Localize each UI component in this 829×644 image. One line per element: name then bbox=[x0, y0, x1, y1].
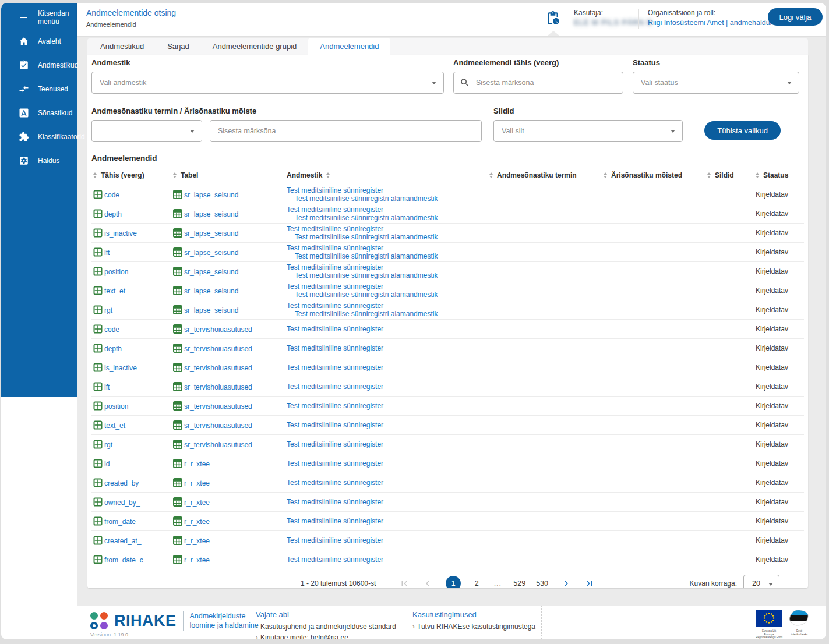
dataset-link[interactable]: Test meditsiiniline sünniregister bbox=[287, 225, 489, 233]
dataset-link[interactable]: Test meditsiiniline sünniregister bbox=[287, 536, 489, 544]
staatus-select-input[interactable] bbox=[633, 72, 799, 94]
dataset-link[interactable]: Test meditsiiniline sünniregister bbox=[287, 263, 489, 271]
data-element-link[interactable]: rgt bbox=[104, 306, 112, 314]
data-element-link[interactable]: created_by_ bbox=[104, 479, 143, 487]
table-link[interactable]: r_r_xtee bbox=[184, 556, 210, 564]
dataset-link[interactable]: Test meditsiiniline sünniregister bbox=[287, 325, 489, 333]
table-link[interactable]: sr_lapse_seisund bbox=[184, 191, 238, 199]
table-link[interactable]: r_r_xtee bbox=[184, 537, 210, 545]
clear-filters-button[interactable]: Tühista valikud bbox=[704, 121, 781, 140]
data-element-link[interactable]: is_inactive bbox=[104, 229, 137, 238]
termin-type-select[interactable] bbox=[91, 120, 202, 142]
tab-sarjad[interactable]: Sarjad bbox=[156, 38, 201, 55]
data-element-link[interactable]: is_inactive bbox=[104, 364, 137, 372]
table-link[interactable]: sr_lapse_seisund bbox=[184, 210, 238, 218]
data-element-link[interactable]: text_et bbox=[104, 422, 125, 430]
tahis-search-input[interactable] bbox=[453, 72, 623, 94]
dataset-link[interactable]: Test meditsiiniline sünniregister bbox=[287, 555, 489, 564]
sub-dataset-link[interactable]: Test meditsiinilise sünniregistri alaman… bbox=[287, 233, 489, 241]
sidebar-item-collapse-menu[interactable]: Kitsendan menüü bbox=[1, 5, 77, 29]
sidebar-item-haldus[interactable]: Haldus bbox=[1, 148, 77, 172]
table-link[interactable]: sr_tervishoiuasutused bbox=[184, 402, 252, 411]
data-element-link[interactable]: position bbox=[104, 402, 128, 411]
sildid-select[interactable] bbox=[493, 120, 683, 142]
page-button[interactable]: 529 bbox=[513, 579, 525, 588]
sub-dataset-link[interactable]: Test meditsiinilise sünniregistri alaman… bbox=[287, 194, 489, 203]
data-element-link[interactable]: text_et bbox=[104, 287, 125, 295]
column-header-tahis[interactable]: Tähis (veerg) bbox=[93, 171, 173, 179]
termin-keyword[interactable] bbox=[210, 120, 482, 142]
column-header-moisted[interactable]: Ärisõnastiku mõisted bbox=[604, 171, 707, 179]
data-element-link[interactable]: rgt bbox=[104, 441, 112, 449]
dataset-link[interactable]: Test meditsiiniline sünniregister bbox=[287, 206, 489, 214]
table-link[interactable]: sr_lapse_seisund bbox=[184, 287, 238, 295]
andmestik-select[interactable] bbox=[91, 72, 444, 94]
sidebar-item-andmestikud[interactable]: Andmestikud bbox=[1, 53, 77, 77]
dataset-link[interactable]: Test meditsiiniline sünniregister bbox=[287, 421, 489, 429]
logout-button[interactable]: Logi välja bbox=[768, 8, 823, 26]
dataset-link[interactable]: Test meditsiiniline sünniregister bbox=[287, 440, 489, 448]
column-header-tabel[interactable]: Tabel bbox=[173, 171, 287, 179]
help-link-manual[interactable]: ›Kasutusjuhend ja andmekirjelduse standa… bbox=[256, 621, 396, 632]
dataset-link[interactable]: Test meditsiiniline sünniregister bbox=[287, 517, 489, 525]
dataset-link[interactable]: Test meditsiiniline sünniregister bbox=[287, 402, 489, 410]
previous-page-icon[interactable] bbox=[422, 578, 433, 588]
org-value[interactable]: Riigi Infosüsteemi Amet | andmehaldur bbox=[648, 19, 772, 27]
tab-andmeelementide-grupid[interactable]: Andmeelementide grupid bbox=[201, 38, 309, 55]
dataset-link[interactable]: Test meditsiiniline sünniregister bbox=[287, 363, 489, 371]
first-page-icon[interactable] bbox=[399, 578, 410, 588]
page-button[interactable]: 2 bbox=[471, 579, 482, 588]
pending-tasks-icon[interactable] bbox=[545, 10, 562, 27]
dataset-link[interactable]: Test meditsiiniline sünniregister bbox=[287, 498, 489, 506]
table-link[interactable]: sr_lapse_seisund bbox=[184, 229, 238, 238]
sidebar-item-klassifikaatorid[interactable]: Klassifikaatorid bbox=[1, 125, 77, 148]
dataset-link[interactable]: Test meditsiiniline sünniregister bbox=[287, 186, 489, 194]
table-link[interactable]: sr_lapse_seisund bbox=[184, 249, 238, 257]
data-element-link[interactable]: code bbox=[104, 191, 119, 199]
sidebar-item-sonastikud[interactable]: Sõnastikud bbox=[1, 101, 77, 125]
data-element-link[interactable]: id bbox=[104, 460, 110, 468]
data-element-link[interactable]: created_at_ bbox=[104, 537, 141, 545]
sub-dataset-link[interactable]: Test meditsiinilise sünniregistri alaman… bbox=[287, 310, 489, 318]
data-element-link[interactable]: code bbox=[104, 325, 119, 334]
per-page-select[interactable]: 20 bbox=[743, 575, 779, 588]
page-button[interactable]: 530 bbox=[536, 579, 548, 588]
table-link[interactable]: r_r_xtee bbox=[184, 518, 210, 526]
data-element-link[interactable]: depth bbox=[104, 345, 122, 353]
table-link[interactable]: sr_tervishoiuasutused bbox=[184, 422, 252, 430]
data-element-link[interactable]: lft bbox=[104, 249, 110, 257]
termin-keyword-input[interactable] bbox=[210, 120, 482, 142]
sidebar-item-teenused[interactable]: Teenused bbox=[1, 77, 77, 101]
page-button[interactable]: 1 bbox=[446, 576, 461, 588]
sidebar-item-avaleht[interactable]: Avaleht bbox=[1, 29, 77, 53]
table-link[interactable]: sr_tervishoiuasutused bbox=[184, 325, 252, 334]
sub-dataset-link[interactable]: Test meditsiinilise sünniregistri alaman… bbox=[287, 271, 489, 279]
column-header-andmestik[interactable]: Andmestik bbox=[287, 171, 489, 179]
staatus-select[interactable] bbox=[633, 72, 799, 94]
data-element-link[interactable]: depth bbox=[104, 210, 122, 218]
dataset-link[interactable]: Test meditsiiniline sünniregister bbox=[287, 282, 489, 291]
table-link[interactable]: r_r_xtee bbox=[184, 498, 210, 507]
column-header-sildid[interactable]: Sildid bbox=[707, 171, 756, 179]
sub-dataset-link[interactable]: Test meditsiinilise sünniregistri alaman… bbox=[287, 214, 489, 222]
table-link[interactable]: r_r_xtee bbox=[184, 460, 210, 468]
column-header-termin[interactable]: Andmesõnastiku termin bbox=[489, 171, 604, 179]
data-element-link[interactable]: from_date_c bbox=[104, 556, 143, 564]
table-link[interactable]: sr_tervishoiuasutused bbox=[184, 364, 252, 372]
terms-link[interactable]: ›Tutvu RIHAKEse kasutustingimustega bbox=[412, 621, 535, 632]
data-element-link[interactable]: lft bbox=[104, 383, 110, 391]
tahis-search[interactable] bbox=[453, 72, 623, 94]
andmestik-select-input[interactable] bbox=[91, 72, 444, 94]
tab-andmestikud[interactable]: Andmestikud bbox=[89, 38, 156, 55]
table-link[interactable]: sr_tervishoiuasutused bbox=[184, 441, 252, 449]
dataset-link[interactable]: Test meditsiiniline sünniregister bbox=[287, 302, 489, 310]
table-link[interactable]: sr_tervishoiuasutused bbox=[184, 345, 252, 353]
table-link[interactable]: sr_tervishoiuasutused bbox=[184, 383, 252, 391]
column-header-staatus[interactable]: Staatus bbox=[756, 171, 804, 179]
sub-dataset-link[interactable]: Test meditsiinilise sünniregistri alaman… bbox=[287, 252, 489, 260]
last-page-icon[interactable] bbox=[584, 578, 595, 588]
data-element-link[interactable]: owned_by_ bbox=[104, 498, 140, 507]
dataset-link[interactable]: Test meditsiiniline sünniregister bbox=[287, 344, 489, 352]
table-link[interactable]: r_r_xtee bbox=[184, 479, 210, 487]
termin-type-select-input[interactable] bbox=[91, 120, 202, 142]
